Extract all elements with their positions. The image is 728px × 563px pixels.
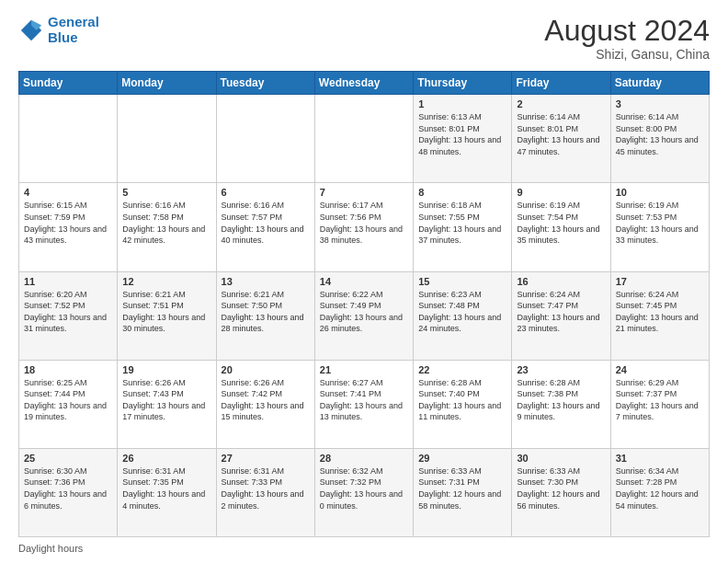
- calendar-cell-1-3: 7Sunrise: 6:17 AM Sunset: 7:56 PM Daylig…: [314, 183, 413, 271]
- day-number: 25: [24, 453, 112, 464]
- calendar-cell-4-0: 25Sunrise: 6:30 AM Sunset: 7:36 PM Dayli…: [19, 448, 118, 536]
- calendar-cell-4-2: 27Sunrise: 6:31 AM Sunset: 7:33 PM Dayli…: [216, 448, 314, 536]
- day-info: Sunrise: 6:16 AM Sunset: 7:58 PM Dayligh…: [122, 200, 210, 246]
- day-info: Sunrise: 6:21 AM Sunset: 7:50 PM Dayligh…: [222, 289, 310, 335]
- calendar-cell-3-3: 21Sunrise: 6:27 AM Sunset: 7:41 PM Dayli…: [314, 360, 413, 448]
- header-friday: Friday: [512, 72, 610, 95]
- calendar-cell-1-2: 6Sunrise: 6:16 AM Sunset: 7:57 PM Daylig…: [216, 183, 314, 271]
- day-info: Sunrise: 6:31 AM Sunset: 7:35 PM Dayligh…: [122, 465, 210, 511]
- header: General Blue August 2024 Shizi, Gansu, C…: [18, 15, 710, 62]
- footer: Daylight hours: [18, 543, 710, 554]
- day-number: 14: [320, 276, 408, 287]
- calendar-cell-2-4: 15Sunrise: 6:23 AM Sunset: 7:48 PM Dayli…: [414, 271, 512, 360]
- calendar-cell-2-2: 13Sunrise: 6:21 AM Sunset: 7:50 PM Dayli…: [216, 271, 314, 360]
- day-number: 24: [616, 364, 704, 375]
- calendar-cell-2-6: 17Sunrise: 6:24 AM Sunset: 7:45 PM Dayli…: [610, 271, 709, 360]
- day-number: 26: [122, 453, 210, 464]
- week-row-3: 18Sunrise: 6:25 AM Sunset: 7:44 PM Dayli…: [19, 360, 710, 448]
- logo-text: General Blue: [48, 15, 99, 45]
- week-row-0: 1Sunrise: 6:13 AM Sunset: 8:01 PM Daylig…: [19, 95, 710, 183]
- day-number: 1: [418, 98, 506, 109]
- day-number: 15: [418, 276, 506, 287]
- day-number: 3: [616, 98, 704, 109]
- day-info: Sunrise: 6:34 AM Sunset: 7:28 PM Dayligh…: [616, 465, 704, 511]
- day-info: Sunrise: 6:15 AM Sunset: 7:59 PM Dayligh…: [24, 200, 112, 246]
- calendar-header-row: Sunday Monday Tuesday Wednesday Thursday…: [19, 72, 710, 95]
- calendar-cell-1-5: 9Sunrise: 6:19 AM Sunset: 7:54 PM Daylig…: [512, 183, 610, 271]
- day-number: 31: [616, 453, 704, 464]
- day-info: Sunrise: 6:25 AM Sunset: 7:44 PM Dayligh…: [24, 377, 112, 423]
- header-thursday: Thursday: [414, 72, 512, 95]
- calendar-cell-0-5: 2Sunrise: 6:14 AM Sunset: 8:01 PM Daylig…: [512, 95, 610, 183]
- calendar-cell-2-5: 16Sunrise: 6:24 AM Sunset: 7:47 PM Dayli…: [512, 271, 610, 360]
- day-info: Sunrise: 6:17 AM Sunset: 7:56 PM Dayligh…: [320, 200, 408, 246]
- day-info: Sunrise: 6:24 AM Sunset: 7:45 PM Dayligh…: [616, 289, 704, 335]
- calendar-cell-4-6: 31Sunrise: 6:34 AM Sunset: 7:28 PM Dayli…: [610, 448, 709, 536]
- day-number: 23: [517, 364, 605, 375]
- day-number: 21: [320, 364, 408, 375]
- day-info: Sunrise: 6:14 AM Sunset: 8:01 PM Dayligh…: [517, 111, 605, 157]
- day-number: 28: [320, 453, 408, 464]
- day-number: 16: [517, 276, 605, 287]
- day-info: Sunrise: 6:19 AM Sunset: 7:53 PM Dayligh…: [616, 200, 704, 246]
- calendar-cell-2-3: 14Sunrise: 6:22 AM Sunset: 7:49 PM Dayli…: [314, 271, 413, 360]
- header-tuesday: Tuesday: [216, 72, 314, 95]
- calendar-cell-3-5: 23Sunrise: 6:28 AM Sunset: 7:38 PM Dayli…: [512, 360, 610, 448]
- calendar-cell-0-1: [118, 95, 216, 183]
- day-number: 11: [24, 276, 112, 287]
- day-info: Sunrise: 6:20 AM Sunset: 7:52 PM Dayligh…: [24, 289, 112, 335]
- calendar-cell-3-1: 19Sunrise: 6:26 AM Sunset: 7:43 PM Dayli…: [118, 360, 216, 448]
- day-info: Sunrise: 6:24 AM Sunset: 7:47 PM Dayligh…: [517, 289, 605, 335]
- day-info: Sunrise: 6:30 AM Sunset: 7:36 PM Dayligh…: [24, 465, 112, 511]
- day-info: Sunrise: 6:13 AM Sunset: 8:01 PM Dayligh…: [418, 111, 506, 157]
- day-number: 18: [24, 364, 112, 375]
- day-number: 20: [222, 364, 310, 375]
- calendar-cell-3-0: 18Sunrise: 6:25 AM Sunset: 7:44 PM Dayli…: [19, 360, 118, 448]
- calendar-cell-0-3: [314, 95, 413, 183]
- day-number: 17: [616, 276, 704, 287]
- day-info: Sunrise: 6:26 AM Sunset: 7:42 PM Dayligh…: [222, 377, 310, 423]
- location: Shizi, Gansu, China: [544, 47, 710, 62]
- day-number: 5: [122, 187, 210, 198]
- calendar-cell-0-2: [216, 95, 314, 183]
- day-number: 6: [222, 187, 310, 198]
- page: General Blue August 2024 Shizi, Gansu, C…: [0, 0, 728, 563]
- week-row-4: 25Sunrise: 6:30 AM Sunset: 7:36 PM Dayli…: [19, 448, 710, 536]
- day-number: 19: [122, 364, 210, 375]
- calendar-cell-1-6: 10Sunrise: 6:19 AM Sunset: 7:53 PM Dayli…: [610, 183, 709, 271]
- calendar-cell-0-6: 3Sunrise: 6:14 AM Sunset: 8:00 PM Daylig…: [610, 95, 709, 183]
- day-number: 10: [616, 187, 704, 198]
- calendar-cell-4-3: 28Sunrise: 6:32 AM Sunset: 7:32 PM Dayli…: [314, 448, 413, 536]
- day-number: 2: [517, 98, 605, 109]
- week-row-1: 4Sunrise: 6:15 AM Sunset: 7:59 PM Daylig…: [19, 183, 710, 271]
- calendar-cell-4-4: 29Sunrise: 6:33 AM Sunset: 7:31 PM Dayli…: [414, 448, 512, 536]
- day-number: 7: [320, 187, 408, 198]
- day-info: Sunrise: 6:19 AM Sunset: 7:54 PM Dayligh…: [517, 200, 605, 246]
- day-info: Sunrise: 6:23 AM Sunset: 7:48 PM Dayligh…: [418, 289, 506, 335]
- day-info: Sunrise: 6:33 AM Sunset: 7:30 PM Dayligh…: [517, 465, 605, 511]
- week-row-2: 11Sunrise: 6:20 AM Sunset: 7:52 PM Dayli…: [19, 271, 710, 360]
- calendar-cell-3-2: 20Sunrise: 6:26 AM Sunset: 7:42 PM Dayli…: [216, 360, 314, 448]
- day-info: Sunrise: 6:29 AM Sunset: 7:37 PM Dayligh…: [616, 377, 704, 423]
- day-number: 22: [418, 364, 506, 375]
- day-number: 12: [122, 276, 210, 287]
- day-info: Sunrise: 6:21 AM Sunset: 7:51 PM Dayligh…: [122, 289, 210, 335]
- calendar-cell-0-0: [19, 95, 118, 183]
- calendar-cell-0-4: 1Sunrise: 6:13 AM Sunset: 8:01 PM Daylig…: [414, 95, 512, 183]
- calendar-cell-1-1: 5Sunrise: 6:16 AM Sunset: 7:58 PM Daylig…: [118, 183, 216, 271]
- month-year: August 2024: [544, 15, 710, 47]
- day-info: Sunrise: 6:22 AM Sunset: 7:49 PM Dayligh…: [320, 289, 408, 335]
- header-saturday: Saturday: [610, 72, 709, 95]
- day-info: Sunrise: 6:32 AM Sunset: 7:32 PM Dayligh…: [320, 465, 408, 511]
- day-number: 8: [418, 187, 506, 198]
- calendar-cell-1-4: 8Sunrise: 6:18 AM Sunset: 7:55 PM Daylig…: [414, 183, 512, 271]
- calendar-cell-2-1: 12Sunrise: 6:21 AM Sunset: 7:51 PM Dayli…: [118, 271, 216, 360]
- day-info: Sunrise: 6:26 AM Sunset: 7:43 PM Dayligh…: [122, 377, 210, 423]
- calendar-cell-3-4: 22Sunrise: 6:28 AM Sunset: 7:40 PM Dayli…: [414, 360, 512, 448]
- day-number: 13: [222, 276, 310, 287]
- calendar-cell-4-1: 26Sunrise: 6:31 AM Sunset: 7:35 PM Dayli…: [118, 448, 216, 536]
- day-info: Sunrise: 6:16 AM Sunset: 7:57 PM Dayligh…: [222, 200, 310, 246]
- day-info: Sunrise: 6:18 AM Sunset: 7:55 PM Dayligh…: [418, 200, 506, 246]
- calendar-cell-4-5: 30Sunrise: 6:33 AM Sunset: 7:30 PM Dayli…: [512, 448, 610, 536]
- header-sunday: Sunday: [19, 72, 118, 95]
